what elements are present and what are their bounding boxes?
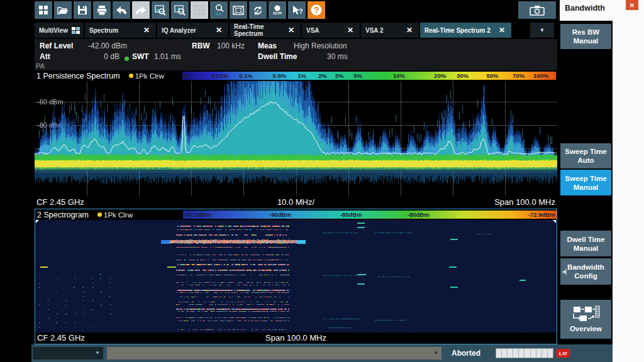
ref-level-value: -42.00 dBm — [88, 41, 127, 50]
tab-realtime-spectrum-2[interactable]: Real-Time Spectrum 2 ✕ — [420, 23, 511, 38]
scale-label: 3% — [335, 72, 344, 79]
channel-tabbar: MultiView Spectrum ✕ IQ Analyzer ✕ Real-… — [35, 23, 511, 38]
att-label: Att — [40, 52, 50, 61]
redo-icon[interactable] — [132, 1, 150, 19]
trace-legend: 1Pk Clrw — [97, 211, 133, 219]
persistence-spectrum-window: 1 Persistence Spectrum 1Pk Clrw 0%0.01%0… — [35, 70, 557, 208]
scale-label: 50% — [487, 72, 499, 79]
scale-label: 2% — [318, 72, 327, 79]
zoom-graph-icon[interactable] — [171, 1, 189, 19]
tab-close-icon[interactable]: ✕ — [142, 26, 152, 35]
sweep-s-glyph: s — [257, 9, 259, 13]
spectrogram-title-bar: 2 Spectrogram 1Pk Clrw -97.2dBm-90dBm-85… — [35, 209, 557, 220]
open-file-icon[interactable] — [54, 1, 72, 19]
help-icon[interactable]: ? — [308, 1, 325, 19]
undo-icon[interactable] — [113, 1, 130, 19]
instrument-screen: 1:1 s SCPI ? ? MultiView Spectrum ✕ — [0, 0, 644, 362]
tab-close-icon[interactable]: ✕ — [214, 26, 224, 35]
normalize-icon[interactable] — [191, 1, 208, 19]
span-label: Span 100.0 MHz — [494, 197, 555, 207]
message-dropdown[interactable]: ▼ — [107, 347, 441, 359]
refresh-single-sweep-icon[interactable]: s — [249, 1, 267, 19]
progress-segment — [525, 349, 530, 358]
zoom-ratio-label: 1:1 — [216, 12, 222, 16]
progress-segment — [519, 349, 525, 358]
svg-text:?: ? — [314, 5, 319, 15]
submenu-arrow-icon: ◂| — [562, 267, 567, 276]
softkey-sweep-time-auto[interactable]: Sweep TimeAuto — [560, 143, 611, 168]
trace-dot-icon — [129, 74, 133, 78]
scale-label: -72.9dBm — [528, 211, 555, 218]
tab-iq-analyzer[interactable]: IQ Analyzer ✕ — [157, 23, 228, 38]
tab-close-icon[interactable]: ✕ — [404, 26, 414, 35]
print-icon[interactable] — [93, 1, 111, 19]
trace-dot-icon — [97, 212, 102, 217]
spectrogram-plot[interactable] — [35, 220, 557, 332]
persistence-spectrum-plot[interactable] — [35, 81, 557, 196]
sequencer-dropdown[interactable]: ▼ — [33, 347, 103, 359]
progress-segment — [536, 349, 542, 358]
scale-label: 1% — [297, 72, 306, 79]
tab-label: Spectrum — [89, 27, 118, 34]
tab-overflow-dropdown[interactable]: ▼ — [530, 23, 554, 38]
zoom-signal-icon[interactable] — [152, 1, 169, 19]
persistence-color-scale: 0%0.01%0.1%0.5%1%2%3%5%10%20%30%50%70%10… — [182, 72, 556, 80]
tab-label: Real-Time Spectrum 2 — [425, 27, 491, 34]
zoom-1to1-icon[interactable]: 1:1 — [210, 1, 228, 19]
spectrogram-marker-left-icon — [36, 220, 39, 223]
close-menu-button[interactable]: ✕ — [626, 0, 638, 10]
fullscreen-frame-icon[interactable] — [230, 1, 247, 19]
swt-label: SWT — [132, 52, 149, 61]
softkey-res-bw-manual[interactable]: Res BWManual — [560, 24, 611, 49]
persistence-title-bar: 1 Persistence Spectrum 1Pk Clrw 0%0.01%0… — [35, 70, 557, 81]
dwell-time-label: Dwell Time — [258, 52, 297, 61]
spectrogram-color-scale: -97.2dBm-90dBm-85dBm-80dBm-72.9dBm — [183, 211, 557, 219]
att-value: 0 dB — [97, 52, 119, 61]
tab-label: Real-Time Spectrum — [234, 23, 282, 37]
camera-icon[interactable] — [518, 1, 556, 19]
scpi-recorder-icon[interactable]: SCPI — [269, 1, 286, 19]
multiview-grid-icon — [72, 27, 80, 34]
tab-close-icon[interactable]: ✕ — [286, 26, 296, 35]
scale-label: -80dBm — [408, 211, 430, 218]
meas-value: High Resolution — [294, 41, 347, 50]
tab-realtime-spectrum[interactable]: Real-Time Spectrum ✕ — [230, 23, 301, 38]
scale-label: 70% — [513, 72, 525, 79]
scale-label: 0.1% — [239, 72, 253, 79]
tab-vsa-2[interactable]: VSA 2 ✕ — [361, 23, 419, 38]
pa-indicator: PA — [36, 62, 45, 70]
softkey-menu-title: Bandwidth — [565, 4, 605, 13]
progress-segment — [531, 349, 536, 358]
dwell-time-value: 30 ms — [327, 52, 348, 61]
softkey-dwell-time-manual[interactable]: Dwell TimeManual — [560, 231, 611, 256]
tab-close-icon[interactable]: ✕ — [345, 26, 355, 35]
softkey-overview[interactable]: Overview — [560, 300, 611, 339]
scale-label: 0.5% — [273, 72, 287, 79]
overview-flow-icon — [572, 305, 600, 323]
chevron-down-icon: ▼ — [433, 350, 438, 356]
softkey-bandwidth-config[interactable]: ◂| BandwidthConfig — [560, 258, 611, 285]
chevron-down-icon: ▼ — [95, 350, 100, 356]
softkey-sweep-time-manual[interactable]: Sweep TimeManual — [560, 170, 611, 195]
tab-vsa[interactable]: VSA ✕ — [302, 23, 360, 38]
scale-label: -97.2dBm — [184, 211, 211, 218]
scale-label: 100% — [533, 72, 548, 79]
help-select-icon[interactable]: ? — [288, 1, 306, 19]
scpi-label: SCPI — [273, 11, 282, 15]
trace-legend: 1Pk Clrw — [129, 72, 164, 80]
save-icon[interactable] — [74, 1, 91, 19]
sweep-progress-bar — [496, 348, 553, 358]
scale-label: 0.01% — [211, 72, 228, 79]
per-division-label: 10.0 MHz/ — [35, 197, 557, 207]
tab-label: VSA — [306, 27, 319, 34]
tab-close-icon[interactable]: ✕ — [497, 26, 507, 35]
scale-label: 5% — [353, 72, 362, 79]
scale-label: 20% — [434, 72, 446, 79]
scale-label: -85dBm — [340, 211, 362, 218]
scale-label: 0% — [182, 72, 191, 79]
rbw-value: 100 kHz — [217, 41, 245, 50]
tab-spectrum[interactable]: Spectrum ✕ — [85, 23, 156, 38]
windows-icon[interactable] — [35, 1, 52, 19]
tab-multiview[interactable]: MultiView — [35, 23, 84, 38]
spectrogram-window: 2 Spectrogram 1Pk Clrw -97.2dBm-90dBm-85… — [35, 209, 557, 344]
